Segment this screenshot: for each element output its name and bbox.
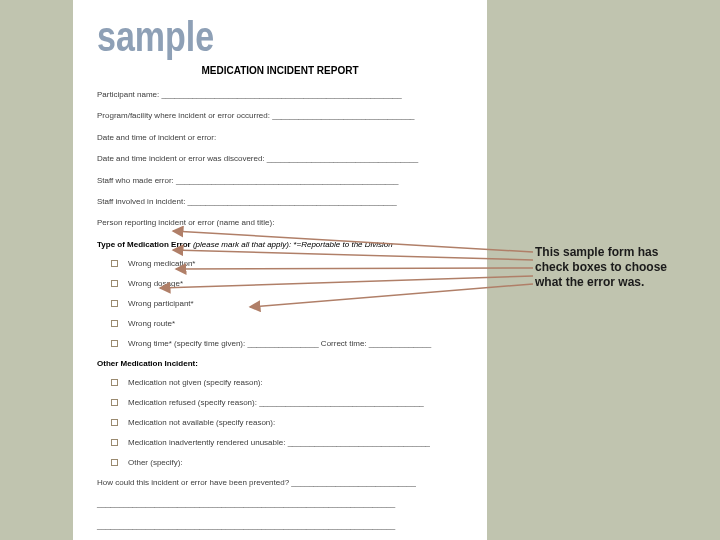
callout-text: This sample form has check boxes to choo… <box>535 245 685 290</box>
other-checkbox-list: Medication not given (specify reason): M… <box>111 378 463 467</box>
form-page: sample MEDICATION INCIDENT REPORT Partic… <box>73 0 487 540</box>
checkbox-icon[interactable] <box>111 320 118 327</box>
checkbox-icon[interactable] <box>111 379 118 386</box>
form-title: MEDICATION INCIDENT REPORT <box>97 65 463 76</box>
checkbox-row-wrong-medication: Wrong medication* <box>111 259 463 268</box>
section-other-incident: Other Medication Incident: <box>97 359 463 368</box>
checkbox-label: Wrong route* <box>128 319 175 328</box>
section-heading: Other Medication Incident: <box>97 359 198 368</box>
checkbox-icon[interactable] <box>111 399 118 406</box>
checkbox-row-rendered-unusable: Medication inadvertently rendered unusab… <box>111 438 463 447</box>
section-note: (please mark all that apply): *=Reportab… <box>193 240 393 249</box>
checkbox-row-refused: Medication refused (specify reason): ___… <box>111 398 463 407</box>
checkbox-row-wrong-dosage: Wrong dosage* <box>111 279 463 288</box>
field-prevention: How could this incident or error have be… <box>97 478 463 488</box>
sample-watermark: sample <box>97 12 463 61</box>
checkbox-label: Medication refused (specify reason): ___… <box>128 398 424 407</box>
checkbox-icon[interactable] <box>111 260 118 267</box>
field-staff-involved: Staff involved in incident: ____________… <box>97 197 463 207</box>
checkbox-label: Wrong time* (specify time given): ______… <box>128 339 431 348</box>
checkbox-icon[interactable] <box>111 340 118 347</box>
section-heading: Type of Medication Error <box>97 240 191 249</box>
checkbox-row-wrong-time: Wrong time* (specify time given): ______… <box>111 339 463 348</box>
checkbox-label: Wrong medication* <box>128 259 195 268</box>
checkbox-label: Medication inadvertently rendered unusab… <box>128 438 430 447</box>
field-reporter: Person reporting incident or error (name… <box>97 218 463 228</box>
blank-line: ________________________________________… <box>97 499 463 509</box>
section-type-of-error: Type of Medication Error (please mark al… <box>97 240 463 249</box>
checkbox-icon[interactable] <box>111 280 118 287</box>
checkbox-label: Wrong dosage* <box>128 279 183 288</box>
checkbox-icon[interactable] <box>111 459 118 466</box>
checkbox-row-not-given: Medication not given (specify reason): <box>111 378 463 387</box>
checkbox-row-other: Other (specify): <box>111 458 463 467</box>
checkbox-row-wrong-participant: Wrong participant* <box>111 299 463 308</box>
checkbox-label: Medication not given (specify reason): <box>128 378 263 387</box>
checkbox-label: Other (specify): <box>128 458 183 467</box>
error-checkbox-list: Wrong medication* Wrong dosage* Wrong pa… <box>111 259 463 348</box>
checkbox-label: Wrong participant* <box>128 299 194 308</box>
field-staff-error: Staff who made error: __________________… <box>97 176 463 186</box>
field-datetime-incident: Date and time of incident or error: <box>97 133 463 143</box>
checkbox-icon[interactable] <box>111 300 118 307</box>
checkbox-label: Medication not available (specify reason… <box>128 418 275 427</box>
field-datetime-discovered: Date and time incident or error was disc… <box>97 154 463 164</box>
checkbox-row-wrong-route: Wrong route* <box>111 319 463 328</box>
blank-line: ________________________________________… <box>97 521 463 531</box>
field-participant-name: Participant name: ______________________… <box>97 90 463 100</box>
field-program-facility: Program/facility where incident or error… <box>97 111 463 121</box>
checkbox-row-not-available: Medication not available (specify reason… <box>111 418 463 427</box>
checkbox-icon[interactable] <box>111 419 118 426</box>
checkbox-icon[interactable] <box>111 439 118 446</box>
